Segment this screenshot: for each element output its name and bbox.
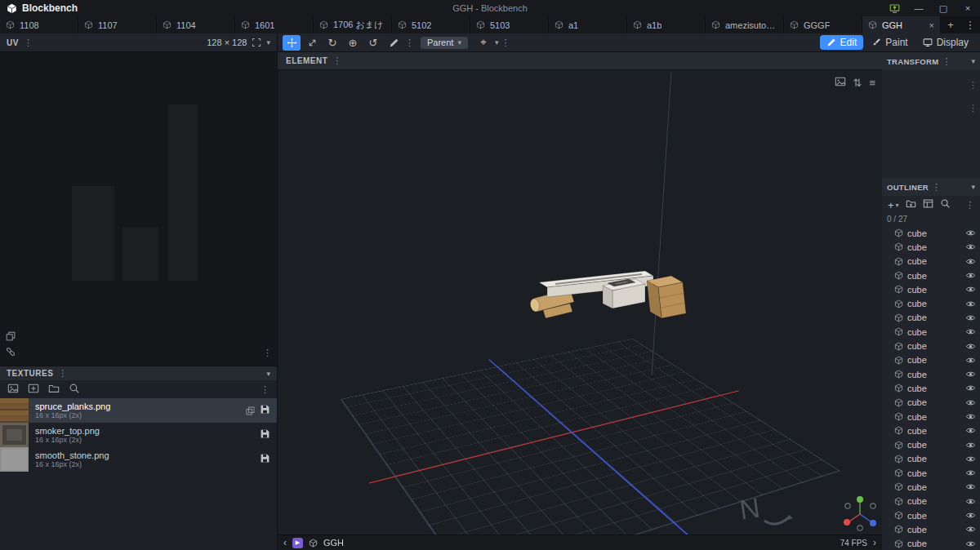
new-tab-button[interactable]: +: [941, 16, 960, 33]
screen-share-icon[interactable]: [889, 3, 900, 14]
outliner-item-cube[interactable]: cube: [882, 353, 980, 367]
maximize-button[interactable]: ▢: [938, 3, 949, 14]
tabbar-menu-icon[interactable]: ⋮: [960, 16, 980, 33]
pivot-tool-button[interactable]: ⊕: [344, 35, 362, 51]
outliner-item-cube[interactable]: cube: [882, 495, 980, 508]
visibility-toggle-icon[interactable]: [965, 454, 976, 464]
outliner-item-cube[interactable]: cube: [882, 480, 980, 494]
link-uv-icon[interactable]: [5, 346, 16, 360]
search-textures-icon[interactable]: [69, 383, 80, 397]
outliner-item-cube[interactable]: cube: [882, 381, 980, 395]
visibility-toggle-icon[interactable]: [965, 242, 976, 252]
uv-editor-canvas[interactable]: [0, 52, 277, 328]
texture-group-icon[interactable]: [245, 406, 256, 416]
project-tab[interactable]: amezisutonokeni ×: [706, 16, 784, 33]
vertex-snap-tool-button[interactable]: [385, 35, 403, 51]
resize-tool-button[interactable]: [303, 35, 321, 51]
outliner-item-cube[interactable]: cube: [882, 522, 980, 536]
add-group-icon[interactable]: [906, 198, 916, 211]
toggle-panels-icon[interactable]: [923, 198, 933, 211]
outliner-panel-header[interactable]: OUTLINER ⋮ ▾: [882, 178, 980, 196]
visibility-toggle-icon[interactable]: [965, 524, 976, 534]
outliner-item-cube[interactable]: cube: [882, 255, 980, 268]
visibility-toggle-icon[interactable]: [965, 341, 976, 352]
active-project-name[interactable]: GGH: [323, 538, 344, 548]
view-gizmo[interactable]: [844, 496, 876, 530]
texture-item[interactable]: spruce_planks.png 16 x 16px (2x): [0, 398, 277, 423]
visibility-toggle-icon[interactable]: [965, 481, 976, 492]
transform-menu-icon[interactable]: ⋮: [501, 38, 510, 47]
sort-icon[interactable]: ⇅: [853, 77, 862, 89]
project-tab[interactable]: GGGF ×: [784, 16, 862, 33]
save-texture-icon[interactable]: [260, 453, 270, 466]
screenshot-icon[interactable]: [835, 76, 846, 90]
outliner-collapse-chevron-icon[interactable]: ▾: [971, 183, 975, 191]
outliner-item-cube[interactable]: cube: [882, 226, 980, 240]
project-tab[interactable]: 1108 ×: [0, 16, 78, 33]
texture-item[interactable]: smooth_stone.png 16 x 16px (2x): [0, 447, 277, 472]
outliner-item-cube[interactable]: cube: [882, 325, 980, 339]
project-tab[interactable]: a1 ×: [549, 16, 627, 33]
project-tab[interactable]: 5102 ×: [392, 16, 470, 33]
outliner-item-cube[interactable]: cube: [882, 452, 980, 466]
next-project-chevron-icon[interactable]: ›: [873, 537, 876, 548]
visibility-toggle-icon[interactable]: [965, 468, 976, 478]
uv-texture-size[interactable]: 128 × 128: [207, 38, 247, 47]
mode-paint-button[interactable]: Paint: [865, 35, 914, 50]
outliner-item-cube[interactable]: cube: [882, 424, 980, 437]
project-tab[interactable]: 5103 ×: [470, 16, 549, 33]
project-tab[interactable]: GGH ×: [862, 16, 941, 33]
visibility-toggle-icon[interactable]: [965, 440, 976, 450]
visibility-toggle-icon[interactable]: [965, 284, 976, 295]
visibility-toggle-icon[interactable]: [965, 256, 976, 267]
project-tab[interactable]: 1601 ×: [235, 16, 314, 33]
element-panel-header[interactable]: ELEMENT ⋮: [278, 52, 882, 70]
outliner-panel-menu-icon[interactable]: ⋮: [932, 183, 941, 192]
visibility-toggle-icon[interactable]: [965, 397, 976, 408]
save-texture-icon[interactable]: [260, 404, 270, 417]
prev-project-chevron-icon[interactable]: ‹: [283, 537, 287, 548]
visibility-toggle-icon[interactable]: [965, 369, 976, 379]
center-tool-chevron-icon[interactable]: ▾: [495, 38, 499, 47]
visibility-toggle-icon[interactable]: [965, 355, 976, 366]
create-texture-icon[interactable]: [28, 383, 39, 397]
mode-edit-button[interactable]: Edit: [820, 35, 864, 50]
element-menu-icon[interactable]: ⋮: [332, 56, 341, 65]
viewport-menu-icon[interactable]: ≡: [869, 77, 875, 89]
visibility-toggle-icon[interactable]: [965, 270, 976, 281]
outliner-item-cube[interactable]: cube: [882, 240, 980, 254]
project-tab[interactable]: 1706 おまけ ×: [314, 16, 392, 33]
outliner-item-cube[interactable]: cube: [882, 396, 980, 410]
outliner-item-cube[interactable]: cube: [882, 311, 980, 325]
outliner-item-cube[interactable]: cube: [882, 537, 980, 550]
visibility-toggle-icon[interactable]: [965, 425, 976, 436]
project-tab[interactable]: 1107 ×: [78, 16, 157, 33]
textures-panel-header[interactable]: TEXTURES ⋮ ▾: [0, 366, 277, 380]
mode-display-button[interactable]: Display: [916, 35, 975, 50]
textures-menu-icon[interactable]: ⋮: [58, 369, 67, 378]
outliner-menu-icon[interactable]: ⋮: [965, 201, 974, 210]
minimize-button[interactable]: —: [913, 3, 924, 13]
search-outliner-icon[interactable]: [940, 198, 951, 211]
project-tab[interactable]: 1104 ×: [157, 16, 235, 33]
smoker-model[interactable]: [529, 271, 686, 318]
visibility-toggle-icon[interactable]: [965, 411, 976, 422]
visibility-toggle-icon[interactable]: [965, 299, 976, 309]
outliner-item-cube[interactable]: cube: [882, 466, 980, 480]
texture-item[interactable]: smoker_top.png 16 x 16px (2x): [0, 423, 277, 447]
import-texture-icon[interactable]: [7, 383, 19, 397]
tab-close-icon[interactable]: ×: [929, 20, 934, 30]
textures-collapse-chevron-icon[interactable]: ▾: [266, 370, 270, 378]
center-tool-button[interactable]: ⌖: [474, 35, 492, 51]
save-texture-icon[interactable]: [260, 428, 270, 441]
outliner-item-cube[interactable]: cube: [882, 437, 980, 451]
transform-collapse-chevron-icon[interactable]: ▾: [971, 57, 975, 65]
3d-scene[interactable]: N: [278, 70, 882, 534]
copy-uv-icon[interactable]: [5, 330, 16, 344]
outliner-item-cube[interactable]: cube: [882, 296, 980, 310]
visibility-toggle-icon[interactable]: [965, 539, 976, 549]
visibility-toggle-icon[interactable]: [965, 313, 976, 323]
visibility-toggle-icon[interactable]: [965, 326, 976, 337]
outliner-item-cube[interactable]: cube: [882, 282, 980, 296]
rotate-tool-button[interactable]: ↻: [323, 35, 341, 51]
